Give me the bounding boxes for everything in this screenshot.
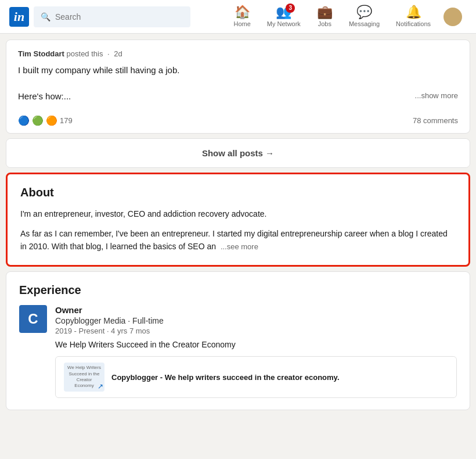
nav-item-messaging[interactable]: 💬 Messaging [341,0,388,34]
reaction-emoji-2: 🟢 [32,115,44,126]
notifications-icon: 🔔 [406,6,421,19]
exp-duration: 2019 - Present · 4 yrs 7 mos [55,327,457,335]
post-author: Tim Stoddart [18,49,64,58]
reactions-left: 🔵 🟢 🟠 179 [18,115,73,126]
reaction-emoji-3: 🟠 [46,115,57,126]
company-preview-title: Copyblogger - We help writers succeed in… [111,373,340,382]
nav-item-jobs[interactable]: 💼 Jobs [309,0,341,34]
show-more-button[interactable]: ...show more [415,90,458,102]
top-navigation: in 🔍 🏠 Home 👥 3 My Network 💼 Jobs 💬 Mess… [0,0,476,34]
exp-company: Copyblogger Media · Full-time [55,316,457,325]
jobs-label: Jobs [318,20,331,27]
messaging-label: Messaging [349,20,380,27]
exp-details: Owner Copyblogger Media · Full-time 2019… [55,305,457,398]
exp-description: We Help Writers Succeed in the Creator E… [55,340,457,349]
nav-item-my-network[interactable]: 👥 3 My Network [259,0,309,34]
post-time: 2d [114,49,122,58]
show-all-posts-card: Show all posts → [6,138,470,168]
post-body: I built my company while still having a … [18,64,458,103]
nav-item-home[interactable]: 🏠 Home [225,0,258,34]
nav-items: 🏠 Home 👥 3 My Network 💼 Jobs 💬 Messaging… [225,0,467,34]
search-icon: 🔍 [41,12,51,21]
external-link-icon: ↗ [98,382,103,390]
my-network-label: My Network [267,20,301,27]
my-network-icon: 👥 3 [276,6,291,19]
post-meta: Tim Stoddart posted this · 2d [18,49,458,58]
post-line2: Here's how:... [18,91,71,101]
post-line1: I built my company while still having a … [18,64,458,77]
experience-title: Experience [19,284,457,297]
company-preview-thumbnail: We Help Writers Succeed in the Creator E… [64,363,104,392]
company-preview-link[interactable]: We Help Writers Succeed in the Creator E… [55,356,457,398]
post-action: posted this [67,49,103,58]
jobs-icon: 💼 [317,6,333,19]
about-paragraph2: As far as I can remember, I've been an e… [20,227,456,253]
about-paragraph1: I'm an entrepreneur, investor, CEO and a… [20,207,456,220]
comments-count[interactable]: 78 comments [413,116,458,125]
experience-item: C Owner Copyblogger Media · Full-time 20… [19,305,457,398]
messaging-icon: 💬 [356,6,372,19]
show-all-posts-button[interactable]: Show all posts → [6,139,470,167]
company-logo: C [19,305,47,333]
about-title: About [20,186,456,199]
post-card: Tim Stoddart posted this · 2d I built my… [6,40,470,134]
experience-card: Experience C Owner Copyblogger Media · F… [6,271,470,410]
search-input[interactable] [55,12,183,21]
profile-avatar[interactable] [443,8,462,26]
about-card: About I'm an entrepreneur, investor, CEO… [6,173,470,267]
linkedin-logo[interactable]: in [9,7,29,27]
exp-job-title: Owner [55,305,457,315]
main-content: Tim Stoddart posted this · 2d I built my… [3,40,473,410]
home-icon: 🏠 [235,6,250,19]
reactions-count: 179 [60,116,73,125]
reaction-emoji-1: 🔵 [18,115,30,126]
network-badge: 3 [286,3,295,13]
search-bar[interactable]: 🔍 [34,6,190,27]
home-label: Home [233,20,250,27]
post-reactions: 🔵 🟢 🟠 179 78 comments [18,109,458,133]
post-dot: · [107,49,110,58]
logo-text: in [14,10,24,23]
nav-item-notifications[interactable]: 🔔 Notifications [388,0,439,34]
see-more-button[interactable]: ...see more [221,242,258,251]
notifications-label: Notifications [396,20,431,27]
